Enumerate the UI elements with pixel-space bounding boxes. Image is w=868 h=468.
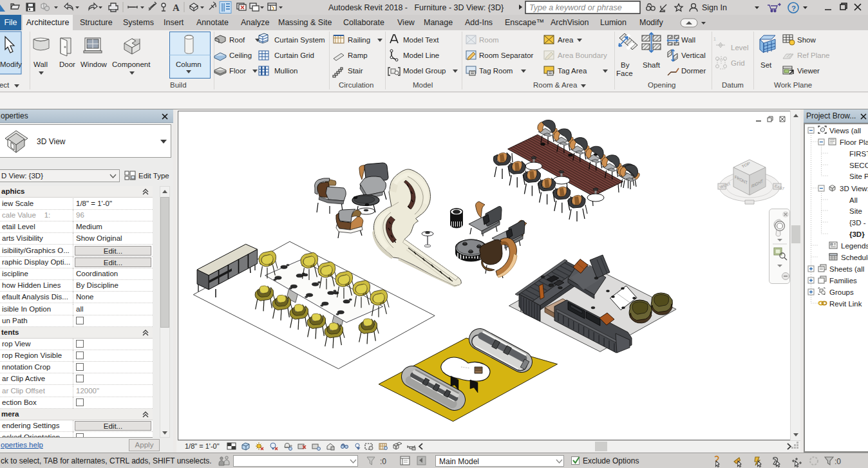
svg-text:Component: Component	[112, 61, 151, 68]
svg-text:3D View:: 3D View:	[840, 185, 868, 192]
svg-text:Add-Ins: Add-Ins	[465, 18, 493, 27]
svg-text:Legends: Legends	[841, 242, 868, 250]
svg-text:Work Plane: Work Plane	[774, 81, 812, 89]
svg-text:Tag Room: Tag Room	[479, 67, 513, 75]
svg-text:Groups: Groups	[829, 288, 854, 296]
svg-text:Column: Column	[176, 61, 202, 68]
svg-text:Area: Area	[558, 36, 574, 44]
svg-text:Wall: Wall	[33, 61, 48, 68]
svg-text:Circulation: Circulation	[339, 81, 373, 89]
svg-text:Viewer: Viewer	[797, 67, 820, 75]
svg-text:1: 1	[713, 37, 716, 41]
svg-text:Room Separator: Room Separator	[479, 51, 534, 59]
svg-text:Set: Set	[760, 61, 772, 69]
svg-text:Families: Families	[829, 277, 857, 285]
svg-text:Annotate: Annotate	[196, 18, 229, 27]
svg-text:Structure: Structure	[80, 18, 113, 27]
svg-text:Room & Area: Room & Area	[533, 81, 578, 89]
svg-text:Build: Build	[170, 81, 187, 89]
svg-text:Area Boundary: Area Boundary	[558, 51, 607, 59]
svg-text:{3D -: {3D -	[849, 219, 866, 227]
svg-text:Ramp: Ramp	[348, 51, 368, 59]
svg-text:FIRST: FIRST	[849, 150, 868, 158]
svg-text:Model Group: Model Group	[403, 67, 446, 75]
svg-text:Wall: Wall	[681, 36, 695, 44]
svg-text:{3D}: {3D}	[849, 230, 865, 238]
svg-text:Floor Plar: Floor Plar	[840, 138, 868, 146]
svg-text:Schedules,: Schedules,	[841, 254, 868, 261]
svg-text:Massing & Site: Massing & Site	[278, 18, 332, 27]
svg-text:Floor: Floor	[229, 67, 246, 75]
svg-text::0: :0	[380, 457, 386, 466]
svg-text:Face: Face	[616, 70, 633, 77]
svg-text:Door: Door	[59, 61, 75, 68]
svg-text:Ceiling: Ceiling	[229, 51, 252, 59]
svg-text:Analyze: Analyze	[241, 18, 270, 27]
svg-text:Opening: Opening	[648, 81, 675, 89]
svg-text:Grid: Grid	[731, 59, 745, 67]
svg-text:A: A	[173, 3, 180, 13]
svg-text:Model Line: Model Line	[403, 51, 439, 59]
svg-text:Window: Window	[80, 61, 108, 68]
svg-text:elect: elect	[0, 81, 10, 89]
svg-text:Collaborate: Collaborate	[343, 18, 384, 27]
svg-text:View: View	[397, 18, 415, 27]
svg-text:Insert: Insert	[164, 18, 184, 27]
svg-text:Shaft: Shaft	[643, 61, 661, 69]
svg-text:Railing: Railing	[348, 36, 370, 44]
svg-text:?: ?	[791, 5, 796, 12]
svg-text:Ref Plane: Ref Plane	[797, 51, 830, 59]
svg-text:Modify: Modify	[0, 61, 22, 68]
svg-text:Show: Show	[797, 36, 816, 44]
svg-text:Model Text: Model Text	[403, 36, 439, 44]
svg-text:Tag Area: Tag Area	[558, 67, 587, 75]
svg-text:Site: Site	[849, 207, 862, 215]
svg-text:Sheets (all: Sheets (all	[829, 265, 864, 273]
svg-text:Type a keyword or phrase: Type a keyword or phrase	[529, 3, 622, 12]
svg-text:Sign In: Sign In	[702, 3, 727, 12]
svg-text:All: All	[849, 196, 858, 204]
svg-text:Stair: Stair	[348, 67, 363, 75]
svg-text:Site P: Site P	[849, 173, 868, 180]
svg-text:Revit Link: Revit Link	[829, 300, 862, 308]
svg-text:Model: Model	[413, 81, 433, 89]
svg-text:Datum: Datum	[722, 81, 744, 89]
svg-text:Lumion: Lumion	[600, 18, 627, 27]
svg-text:Mullion: Mullion	[274, 67, 297, 75]
svg-text:Roof: Roof	[229, 36, 245, 44]
svg-text:Curtain Grid: Curtain Grid	[274, 51, 314, 59]
svg-text:Curtain System: Curtain System	[274, 36, 325, 44]
svg-text:Vertical: Vertical	[681, 51, 706, 59]
svg-text:ArchVision: ArchVision	[551, 18, 589, 27]
svg-text:Modify: Modify	[639, 18, 664, 27]
svg-text:Room: Room	[479, 36, 499, 44]
svg-text:Systems: Systems	[123, 18, 154, 27]
svg-text:By: By	[621, 61, 630, 69]
svg-text:Enscape™: Enscape™	[505, 18, 544, 27]
svg-text:Manage: Manage	[424, 18, 453, 27]
svg-text:SECOI: SECOI	[849, 162, 868, 169]
svg-text::0: :0	[835, 457, 841, 466]
svg-text:Level: Level	[731, 44, 749, 51]
svg-text:Dormer: Dormer	[681, 67, 706, 75]
svg-text:Views (all: Views (all	[829, 127, 861, 135]
svg-text:Autodesk Revit 2018 - Furnit: Autodesk Revit 2018 - Furniture - 3D Vie…	[328, 3, 504, 12]
